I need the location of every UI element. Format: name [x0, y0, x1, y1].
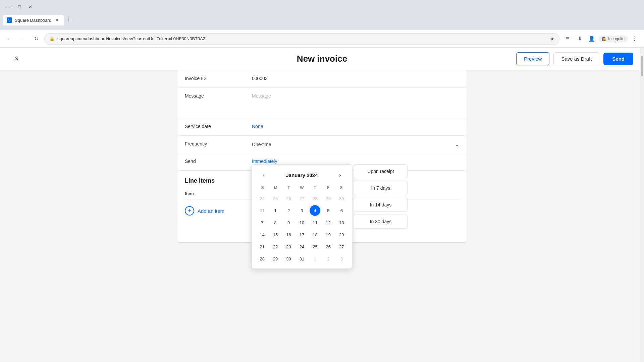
page-title: New invoice — [297, 54, 347, 64]
calendar-month-title: January 2024 — [286, 172, 318, 178]
nav-bar: ← → ↻ 🔒 squareup.com/dashboard/invoices/… — [0, 30, 644, 48]
in-30-days-button[interactable]: In 30 days — [354, 215, 408, 229]
cal-day[interactable]: 8 — [270, 217, 281, 228]
extensions-button[interactable]: ☰ — [562, 34, 573, 44]
message-row: Message Message — [178, 88, 466, 118]
cal-day[interactable]: 17 — [297, 229, 307, 240]
cal-day[interactable]: 11 — [310, 217, 320, 228]
scrollbar-thumb — [641, 56, 643, 76]
due-options-panel: Upon receipt In 7 days In 14 days In 30 … — [354, 164, 408, 229]
frequency-value: One-time — [252, 142, 271, 147]
cal-day[interactable]: 7 — [257, 217, 268, 228]
close-window-button[interactable]: ✕ — [25, 2, 35, 11]
incognito-badge: 🕵 Incognito — [598, 36, 628, 42]
back-button[interactable]: ← — [4, 34, 15, 44]
send-button[interactable]: Send — [603, 53, 633, 65]
line-items-title: Line items — [185, 177, 215, 184]
in-7-days-button[interactable]: In 7 days — [354, 181, 408, 195]
cal-day[interactable]: 14 — [257, 229, 268, 240]
minimize-button[interactable]: — — [4, 2, 13, 11]
cal-day[interactable]: 18 — [310, 229, 320, 240]
download-button[interactable]: ⇓ — [574, 34, 585, 44]
calendar-next-button[interactable]: › — [335, 170, 345, 180]
in-14-days-button[interactable]: In 14 days — [354, 198, 408, 212]
bookmark-star-icon: ★ — [550, 36, 554, 42]
cal-day[interactable]: 19 — [323, 229, 334, 240]
close-invoice-button[interactable]: × — [11, 53, 23, 65]
cal-day[interactable]: 2 — [323, 253, 334, 264]
url-text: squareup.com/dashboard/invoices/new?curr… — [57, 36, 547, 41]
cal-day[interactable]: 29 — [323, 193, 334, 204]
active-tab[interactable]: S Square Dashboard ✕ — [3, 15, 64, 25]
preview-button[interactable]: Preview — [516, 52, 549, 65]
cal-day[interactable]: 22 — [270, 241, 281, 252]
cal-day[interactable]: 12 — [323, 217, 334, 228]
incognito-icon: 🕵 — [602, 37, 607, 41]
cal-day[interactable]: 16 — [283, 229, 294, 240]
cal-day[interactable]: 3 — [336, 253, 347, 264]
calendar-days: 24 25 26 27 28 29 30 31 1 2 3 4 5 — [256, 193, 348, 264]
topbar: × New invoice Preview Save as Draft Send — [0, 48, 644, 70]
frequency-value-container[interactable]: One-time ⌄ — [245, 136, 466, 153]
cal-day[interactable]: 31 — [257, 205, 268, 216]
cal-day[interactable]: 27 — [336, 241, 347, 252]
cal-day[interactable]: 24 — [257, 193, 268, 204]
cal-day[interactable]: 15 — [270, 229, 281, 240]
tab-close-button[interactable]: ✕ — [54, 17, 60, 23]
cal-day-selected[interactable]: 4 — [310, 205, 320, 216]
add-item-label: Add an item — [198, 208, 224, 214]
forward-button[interactable]: → — [17, 34, 28, 44]
cal-day[interactable]: 3 — [297, 205, 307, 216]
calendar-popup: ‹ January 2024 › S M T W T F S — [252, 164, 352, 269]
invoice-id-row: Invoice ID 000003 — [178, 70, 466, 88]
maximize-button[interactable]: □ — [15, 2, 24, 11]
new-tab-button[interactable]: + — [64, 15, 73, 25]
cal-day[interactable]: 25 — [310, 241, 320, 252]
calendar-header: ‹ January 2024 › — [252, 165, 352, 184]
profile-button[interactable]: 👤 — [586, 34, 597, 44]
menu-button[interactable]: ⋮ — [629, 34, 640, 44]
cal-day[interactable]: 30 — [283, 253, 294, 264]
address-bar[interactable]: 🔒 squareup.com/dashboard/invoices/new?cu… — [44, 33, 559, 45]
cal-day[interactable]: 10 — [297, 217, 307, 228]
cal-day[interactable]: 23 — [283, 241, 294, 252]
tab-title: Square Dashboard — [15, 18, 51, 23]
topbar-actions: Preview Save as Draft Send — [516, 52, 633, 65]
cal-day[interactable]: 5 — [323, 205, 334, 216]
cal-day[interactable]: 1 — [270, 205, 281, 216]
cal-day[interactable]: 25 — [270, 193, 281, 204]
message-field[interactable]: Message — [245, 88, 466, 118]
message-label: Message — [178, 88, 245, 118]
cal-day[interactable]: 9 — [283, 217, 294, 228]
cal-day[interactable]: 31 — [297, 253, 307, 264]
upon-receipt-button[interactable]: Upon receipt — [354, 164, 408, 178]
service-date-row: Service date None — [178, 118, 466, 136]
page-scrollbar[interactable] — [640, 48, 644, 362]
cal-day[interactable]: 29 — [270, 253, 281, 264]
service-date-label: Service date — [178, 118, 245, 135]
cal-day[interactable]: 28 — [257, 253, 268, 264]
message-placeholder: Message — [252, 93, 271, 99]
cal-day[interactable]: 13 — [336, 217, 347, 228]
plus-circle-icon: + — [185, 206, 194, 216]
frequency-label: Frequency — [178, 136, 245, 153]
cal-day[interactable]: 2 — [283, 205, 294, 216]
service-date-value[interactable]: None — [245, 118, 466, 135]
cal-day[interactable]: 28 — [310, 193, 320, 204]
cal-day[interactable]: 26 — [283, 193, 294, 204]
cal-day[interactable]: 21 — [257, 241, 268, 252]
cal-day[interactable]: 1 — [310, 253, 320, 264]
lock-icon: 🔒 — [49, 36, 55, 41]
cal-day[interactable]: 30 — [336, 193, 347, 204]
cal-day[interactable]: 26 — [323, 241, 334, 252]
frequency-row: Frequency One-time ⌄ — [178, 136, 466, 153]
calendar-prev-button[interactable]: ‹ — [259, 170, 269, 180]
cal-day[interactable]: 6 — [336, 205, 347, 216]
cal-day[interactable]: 20 — [336, 229, 347, 240]
save-draft-button[interactable]: Save as Draft — [553, 52, 599, 65]
tab-favicon: S — [7, 17, 12, 23]
refresh-button[interactable]: ↻ — [31, 34, 42, 44]
cal-day[interactable]: 24 — [297, 241, 307, 252]
incognito-label: Incognito — [608, 37, 625, 41]
cal-day[interactable]: 27 — [297, 193, 307, 204]
